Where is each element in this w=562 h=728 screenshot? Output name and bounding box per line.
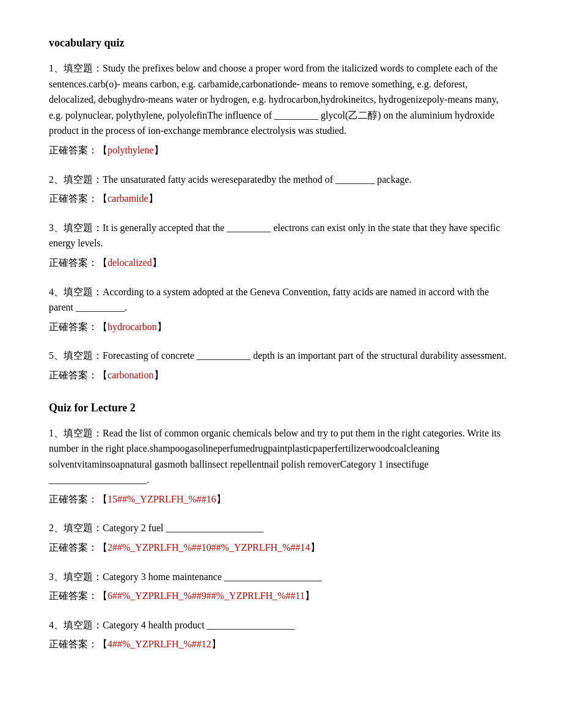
q3-close-bracket: 】: [152, 257, 162, 268]
q3-number: 3、: [49, 222, 64, 233]
q4-answer-word: hydrocarbon: [108, 322, 157, 332]
q4-answer: 正確答案：【hydrocarbon】: [49, 319, 513, 335]
l2-question-2: 2、填空題：Category 2 fuel __________________…: [49, 520, 513, 555]
l2q4-number: 4、: [49, 620, 64, 630]
vocab-quiz-title: vocabulary quiz: [49, 37, 513, 50]
q1-answer: 正確答案：【polythylene】: [49, 142, 513, 158]
q1-number: 1、: [49, 63, 64, 73]
q4-body: According to a system adopted at the Gen…: [49, 287, 489, 313]
l2q1-answer-label: 正確答案：: [49, 494, 98, 504]
lecture2-quiz-section: Quiz for Lecture 2 1、填空題：Read the list o…: [49, 402, 513, 653]
l2q3-answer: 正確答案：【6##%_YZPRLFH_%##9##%_YZPRLFH_%##11…: [49, 588, 513, 604]
l2q2-answer: 正確答案：【2##%_YZPRLFH_%##10##%_YZPRLFH_%##1…: [49, 540, 513, 556]
l2q2-close-bracket: 】: [310, 542, 320, 553]
q2-answer-word: carbamide: [108, 193, 148, 204]
l2q3-answer-label: 正確答案：: [49, 590, 98, 601]
l2q3-type: 填空題：: [64, 572, 103, 582]
q3-answer-label: 正確答案：: [49, 257, 98, 268]
q2-text: 2、填空題：The unsaturated fatty acids werese…: [49, 172, 513, 188]
vocab-quiz-section: vocabulary quiz 1、填空題：Study the prefixes…: [49, 37, 513, 383]
q1-text: 1、填空題：Study the prefixes below and choos…: [49, 61, 513, 139]
q3-body: It is generally accepted that the ______…: [49, 222, 500, 249]
l2q3-text: 3、填空題：Category 3 home maintenance ______…: [49, 569, 513, 585]
l2q3-answer-word: 6##%_YZPRLFH_%##9##%_YZPRLFH_%##11: [108, 590, 305, 601]
q2-answer-label: 正確答案：: [49, 193, 98, 204]
l2q1-body: Read the list of common organic chemical…: [49, 428, 501, 485]
l2q1-type: 填空題：: [64, 428, 103, 438]
q5-body: Forecasting of concrete ___________ dept…: [103, 350, 506, 361]
q2-answer: 正確答案：【carbamide】: [49, 191, 513, 207]
l2q2-answer-word: 2##%_YZPRLFH_%##10##%_YZPRLFH_%##14: [108, 542, 310, 553]
l2q1-open-bracket: 【: [98, 494, 108, 504]
q1-answer-label: 正確答案：: [49, 145, 98, 155]
lecture2-quiz-title: Quiz for Lecture 2: [49, 402, 513, 414]
q5-text: 5、填空題：Forecasting of concrete __________…: [49, 348, 513, 364]
l2q2-answer-label: 正確答案：: [49, 542, 98, 553]
l2q4-type: 填空題：: [64, 620, 103, 630]
l2q2-body: Category 2 fuel ____________________: [103, 523, 264, 533]
q3-type: 填空題：: [64, 222, 103, 233]
l2q4-open-bracket: 【: [98, 639, 108, 649]
q5-number: 5、: [49, 350, 64, 361]
q5-answer-label: 正確答案：: [49, 370, 98, 380]
l2q4-answer-label: 正確答案：: [49, 639, 98, 649]
q1-body: Study the prefixes below and choose a pr…: [49, 63, 498, 136]
l2q3-open-bracket: 【: [98, 590, 108, 601]
q4-type: 填空題：: [64, 287, 103, 297]
l2q1-text: 1、填空題：Read the list of common organic ch…: [49, 425, 513, 488]
l2q4-body: Category 4 health product ______________…: [103, 620, 295, 630]
question-2: 2、填空題：The unsaturated fatty acids werese…: [49, 172, 513, 207]
question-3: 3、填空題：It is generally accepted that the …: [49, 220, 513, 271]
q1-open-bracket: 【: [98, 145, 108, 155]
l2q2-open-bracket: 【: [98, 542, 108, 553]
q4-text: 4、填空題：According to a system adopted at t…: [49, 284, 513, 315]
q3-answer-word: delocalized: [108, 257, 152, 268]
l2q2-type: 填空題：: [64, 523, 103, 533]
l2q3-body: Category 3 home maintenance ____________…: [103, 572, 322, 582]
q5-close-bracket: 】: [154, 370, 164, 380]
question-5: 5、填空題：Forecasting of concrete __________…: [49, 348, 513, 383]
question-1: 1、填空題：Study the prefixes below and choos…: [49, 61, 513, 158]
l2-question-3: 3、填空題：Category 3 home maintenance ______…: [49, 569, 513, 604]
l2q2-number: 2、: [49, 523, 64, 533]
page-container: vocabulary quiz 1、填空題：Study the prefixes…: [49, 37, 513, 652]
q3-text: 3、填空題：It is generally accepted that the …: [49, 220, 513, 251]
l2q3-close-bracket: 】: [305, 590, 315, 601]
q2-close-bracket: 】: [148, 193, 158, 204]
l2-question-1: 1、填空題：Read the list of common organic ch…: [49, 425, 513, 507]
q5-answer: 正確答案：【carbonation】: [49, 367, 513, 383]
q2-number: 2、: [49, 174, 64, 185]
q5-answer-word: carbonation: [108, 370, 154, 380]
l2-question-4: 4、填空題：Category 4 health product ________…: [49, 617, 513, 652]
q4-number: 4、: [49, 287, 64, 297]
q2-open-bracket: 【: [98, 193, 108, 204]
l2q1-close-bracket: 】: [216, 494, 226, 504]
q2-type: 填空題：: [64, 174, 103, 185]
q4-answer-label: 正確答案：: [49, 322, 98, 332]
l2q4-answer-word: 4##%_YZPRLFH_%##12: [108, 639, 211, 649]
q3-answer: 正確答案：【delocalized】: [49, 255, 513, 271]
l2q4-answer: 正確答案：【4##%_YZPRLFH_%##12】: [49, 636, 513, 652]
l2q2-text: 2、填空題：Category 2 fuel __________________…: [49, 520, 513, 536]
l2q4-close-bracket: 】: [211, 639, 221, 649]
l2q1-answer: 正確答案：【15##%_YZPRLFH_%##16】: [49, 491, 513, 507]
l2q3-number: 3、: [49, 572, 64, 582]
q5-type: 填空題：: [64, 350, 103, 361]
l2q1-number: 1、: [49, 428, 64, 438]
l2q1-answer-word: 15##%_YZPRLFH_%##16: [108, 494, 216, 504]
q1-close-bracket: 】: [154, 145, 164, 155]
q4-close-bracket: 】: [157, 322, 167, 332]
l2q4-text: 4、填空題：Category 4 health product ________…: [49, 617, 513, 633]
q2-body: The unsaturated fatty acids wereseparate…: [103, 174, 412, 185]
q4-open-bracket: 【: [98, 322, 108, 332]
q1-answer-word: polythylene: [108, 145, 154, 155]
q5-open-bracket: 【: [98, 370, 108, 380]
q3-open-bracket: 【: [98, 257, 108, 268]
question-4: 4、填空題：According to a system adopted at t…: [49, 284, 513, 335]
q1-type: 填空題：: [64, 63, 103, 73]
